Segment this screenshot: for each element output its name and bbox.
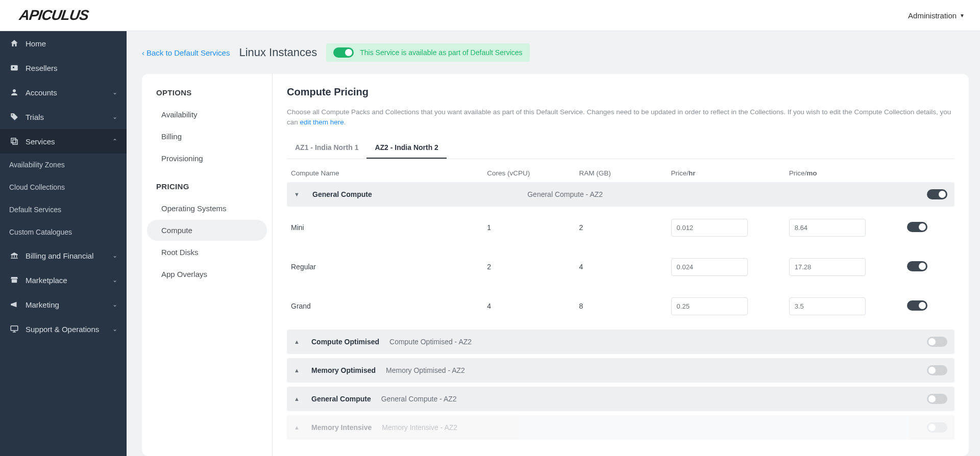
group-toggle[interactable] [927,365,947,375]
row-cores: 1 [487,223,574,232]
tab-az2[interactable]: AZ2 - India North 2 [366,138,446,159]
svg-rect-6 [12,255,13,258]
group-subtitle: Memory Intensive - AZ2 [382,423,457,432]
expand-icon[interactable]: ▲ [294,339,301,345]
group-toggle[interactable] [927,337,947,347]
svg-rect-5 [13,140,17,144]
svg-rect-7 [14,255,15,258]
sidebar-item-resellers[interactable]: Resellers [0,56,127,80]
table-header: Compute Name Cores (vCPU) RAM (GB) Price… [287,164,954,182]
availability-zone-tabs: AZ1 - India North 1 AZ2 - India North 2 [287,138,954,159]
topbar: APICULUS Administration ▼ [0,0,980,31]
pricing-root-disks[interactable]: Root Disks [147,242,267,263]
row-toggle[interactable] [907,300,927,311]
expand-icon[interactable]: ▲ [294,367,301,373]
group-row-general-compute-2: ▲ General Compute General Compute - AZ2 [287,387,954,411]
sidebar-item-label: Marketplace [26,276,67,285]
option-availability[interactable]: Availability [147,104,267,125]
back-link[interactable]: ‹ Back to Default Services [142,48,230,57]
sidebar-item-billing-financial[interactable]: Billing and Financial ⌄ [0,243,127,268]
sidebar-item-custom-catalogues[interactable]: Custom Catalogues [0,221,127,243]
monitor-icon [9,324,19,334]
group-name: General Compute [312,190,523,198]
megaphone-icon [9,299,19,310]
sidebar-item-label: Accounts [26,88,57,97]
sidebar-item-label: Availability Zones [9,161,65,169]
group-subtitle: General Compute - AZ2 [527,190,923,198]
price-hr-input[interactable] [671,219,748,237]
expand-icon[interactable]: ▲ [294,396,301,402]
group-toggle[interactable] [927,422,947,433]
row-ram: 2 [579,223,666,232]
pricing-app-overlays[interactable]: App Overlays [147,264,267,285]
chevron-down-icon: ⌄ [112,301,117,308]
price-mo-input[interactable] [789,219,866,237]
sidebar-item-marketplace[interactable]: Marketplace ⌄ [0,268,127,292]
sidebar-item-services[interactable]: Services ⌃ [0,129,127,154]
caret-down-icon: ▼ [960,13,965,18]
chevron-left-icon: ‹ [142,48,144,57]
sidebar-item-home[interactable]: Home [0,31,127,56]
col-compute-name: Compute Name [291,169,482,177]
compute-row-regular: Regular 2 4 [287,251,954,290]
price-mo-input[interactable] [789,297,866,315]
service-enabled-toggle[interactable] [333,47,354,58]
sidebar-item-default-services[interactable]: Default Services [0,198,127,221]
group-subtitle: Memory Optimised - AZ2 [386,366,465,374]
group-row-memory-optimised: ▲ Memory Optimised Memory Optimised - AZ… [287,358,954,383]
row-name: Grand [291,302,482,310]
sidebar-item-cloud-collections[interactable]: Cloud Collections [0,176,127,198]
sidebar-item-marketing[interactable]: Marketing ⌄ [0,292,127,317]
sidebar-item-support-operations[interactable]: Support & Operations ⌄ [0,317,127,341]
group-name: General Compute [311,395,371,403]
sidebar-item-label: Default Services [9,206,61,214]
option-provisioning[interactable]: Provisioning [147,148,267,169]
sidebar-item-label: Marketing [26,300,59,309]
row-cores: 2 [487,263,574,271]
pricing-header: PRICING [142,182,272,198]
row-name: Mini [291,223,482,232]
svg-rect-8 [16,255,17,258]
row-toggle[interactable] [907,222,927,232]
administration-menu[interactable]: Administration ▼ [908,11,965,20]
expand-icon[interactable]: ▲ [294,424,301,430]
sidebar-item-availability-zones[interactable]: Availability Zones [0,154,127,176]
chevron-down-icon: ⌄ [112,89,117,96]
group-row-compute-optimised: ▲ Compute Optimised Compute Optimised - … [287,330,954,354]
row-toggle[interactable] [907,261,927,271]
sidebar-item-accounts[interactable]: Accounts ⌄ [0,80,127,105]
edit-here-link[interactable]: edit them here [300,118,344,126]
bank-icon [9,250,19,261]
price-hr-input[interactable] [671,258,748,276]
content-description: Choose all Compute Packs and Collections… [287,107,954,128]
group-toggle[interactable] [927,394,947,404]
sidebar: Home Resellers Accounts ⌄ Trials ⌄ Servi… [0,31,127,456]
svg-rect-1 [13,67,14,68]
group-name: Compute Optimised [311,338,379,346]
svg-point-2 [13,89,16,92]
group-toggle[interactable] [927,189,947,199]
sidebar-item-trials[interactable]: Trials ⌄ [0,105,127,129]
col-price-hr: Price/hr [671,169,784,177]
sidebar-item-label: Billing and Financial [26,251,93,260]
price-hr-input[interactable] [671,297,748,315]
collapse-icon[interactable]: ▼ [294,191,308,197]
svg-rect-9 [11,258,18,259]
col-price-mo: Price/mo [789,169,902,177]
row-ram: 4 [579,263,666,271]
administration-label: Administration [908,11,957,20]
brand-logo: APICULUS [19,7,88,23]
page-header: ‹ Back to Default Services Linux Instanc… [142,43,969,62]
back-link-label: Back to Default Services [146,48,230,57]
tab-az1[interactable]: AZ1 - India North 1 [287,138,366,159]
pricing-compute[interactable]: Compute [147,220,267,241]
option-billing[interactable]: Billing [147,126,267,147]
svg-rect-11 [11,326,18,331]
price-mo-input[interactable] [789,258,866,276]
sidebar-item-label: Trials [26,113,44,121]
row-ram: 8 [579,302,666,310]
pricing-operating-systems[interactable]: Operating Systems [147,198,267,219]
content-title: Compute Pricing [287,86,954,98]
sidebar-item-label: Services [26,137,55,146]
page-title: Linux Instances [239,46,317,59]
